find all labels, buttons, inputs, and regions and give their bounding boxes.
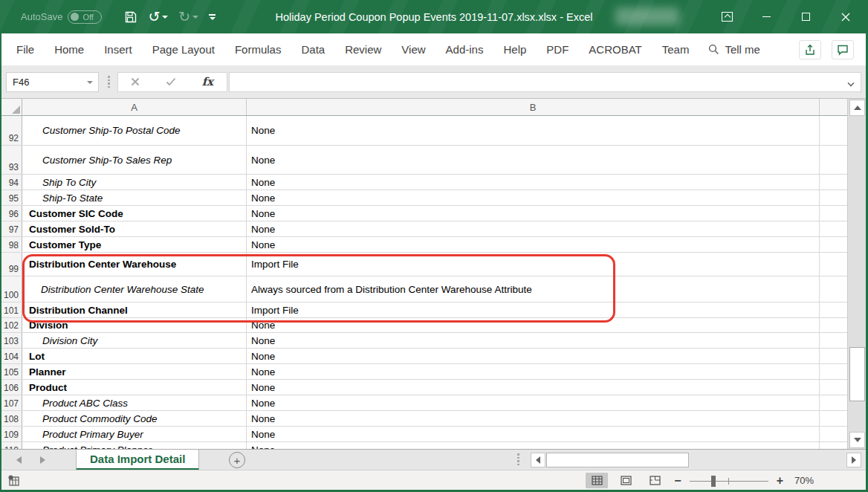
cell-A110[interactable]: Product Primary Planner (22, 442, 247, 449)
name-box-caret-icon[interactable] (87, 81, 93, 84)
ribbon-display-options-button[interactable] (707, 0, 747, 33)
normal-view-button[interactable] (586, 473, 608, 488)
expand-formula-bar-icon[interactable] (847, 80, 854, 86)
tab-data[interactable]: Data (301, 43, 325, 56)
zoom-in-button[interactable]: + (775, 474, 785, 488)
row-header-105[interactable]: 105 (1, 364, 22, 379)
scroll-right-button[interactable] (846, 453, 861, 467)
cell-C98[interactable] (820, 237, 847, 252)
cell-A99[interactable]: Distribution Center Warehouse (22, 253, 247, 276)
cell-A92[interactable]: Customer Ship-To Postal Code (22, 116, 247, 145)
cell-B94[interactable]: None (247, 175, 820, 190)
cell-A103[interactable]: Division City (22, 333, 247, 348)
column-header-C-partial[interactable] (820, 99, 847, 115)
cell-B106[interactable]: None (247, 380, 820, 395)
cell-C97[interactable] (820, 221, 847, 236)
sheet-nav-right-icon[interactable] (40, 456, 45, 464)
cell-B104[interactable]: None (247, 349, 820, 363)
customize-qat-button[interactable] (209, 14, 216, 20)
scroll-down-button[interactable] (849, 432, 865, 448)
tab-file[interactable]: File (16, 43, 34, 56)
cell-C108[interactable] (820, 411, 847, 426)
user-account-blurred[interactable] (615, 7, 679, 25)
cell-B99[interactable]: Import File (247, 253, 820, 276)
cell-A102[interactable]: Division (22, 318, 247, 332)
sheet-nav-left-icon[interactable] (16, 456, 22, 464)
zoom-slider[interactable] (690, 475, 768, 487)
cell-C93[interactable] (820, 146, 847, 174)
redo-button[interactable]: ↻ (178, 10, 198, 24)
cell-B100[interactable]: Always sourced from a Distribution Cente… (247, 276, 820, 302)
cell-B92[interactable]: None (247, 116, 820, 145)
cell-C107[interactable] (820, 395, 847, 410)
name-box[interactable]: F46 (6, 72, 99, 92)
row-header-102[interactable]: 102 (1, 318, 22, 332)
cell-B107[interactable]: None (247, 395, 820, 410)
cell-C103[interactable] (820, 333, 847, 348)
tab-page-layout[interactable]: Page Layout (152, 43, 215, 56)
cell-B101[interactable]: Import File (247, 302, 820, 317)
cell-B95[interactable]: None (247, 190, 820, 205)
row-header-92[interactable]: 92 (1, 116, 22, 145)
cell-A100[interactable]: Distribution Center Warehouse State (22, 276, 247, 302)
cell-C94[interactable] (820, 175, 847, 190)
column-header-A[interactable]: A (22, 99, 247, 115)
row-header-94[interactable]: 94 (1, 175, 22, 190)
page-break-preview-button[interactable] (644, 473, 666, 488)
row-header-108[interactable]: 108 (1, 411, 22, 426)
horizontal-scrollbar-thumb[interactable] (546, 453, 689, 467)
page-layout-view-button[interactable] (615, 473, 637, 488)
tab-pdf[interactable]: PDF (546, 43, 569, 56)
close-button[interactable] (826, 0, 865, 33)
column-header-B[interactable]: B (247, 99, 820, 115)
cell-C109[interactable] (820, 427, 847, 441)
cancel-entry-icon[interactable] (131, 77, 140, 86)
cell-B98[interactable]: None (247, 237, 820, 252)
cell-A105[interactable]: Planner (22, 364, 247, 379)
row-header-95[interactable]: 95 (1, 190, 22, 205)
cell-A106[interactable]: Product (22, 380, 247, 395)
tab-formulas[interactable]: Formulas (235, 43, 282, 56)
row-header-110[interactable]: 110 (1, 442, 22, 449)
cell-A108[interactable]: Product Commodity Code (22, 411, 247, 426)
tell-me-search[interactable]: Tell me (708, 43, 760, 56)
cell-A101[interactable]: Distribution Channel (22, 302, 247, 317)
formula-input[interactable] (229, 72, 862, 92)
comments-button[interactable] (832, 40, 854, 59)
cell-C101[interactable] (820, 302, 847, 317)
tab-review[interactable]: Review (345, 43, 381, 56)
row-header-104[interactable]: 104 (1, 349, 22, 363)
cell-B110[interactable]: None (247, 442, 820, 449)
tab-team[interactable]: Team (662, 43, 690, 56)
select-all-button[interactable] (1, 99, 22, 115)
save-button[interactable] (124, 10, 137, 24)
scroll-left-button[interactable] (531, 453, 545, 467)
cell-A109[interactable]: Product Primary Buyer (22, 427, 247, 441)
cell-B109[interactable]: None (247, 427, 820, 441)
maximize-button[interactable] (786, 0, 826, 33)
cell-C106[interactable] (820, 380, 847, 395)
scroll-up-button[interactable] (849, 100, 865, 116)
cell-B102[interactable]: None (247, 318, 820, 332)
tabstrip-splitter-handle[interactable] (517, 453, 519, 465)
cell-C96[interactable] (820, 206, 847, 221)
cell-C102[interactable] (820, 318, 847, 332)
macro-record-button[interactable] (7, 474, 21, 490)
cell-A97[interactable]: Customer Sold-To (22, 221, 247, 236)
cell-C92[interactable] (820, 116, 847, 145)
row-header-106[interactable]: 106 (1, 380, 22, 395)
cell-A95[interactable]: Ship-To State (22, 190, 247, 205)
cell-A107[interactable]: Product ABC Class (22, 395, 247, 410)
cell-C99[interactable] (820, 253, 847, 276)
tab-add-ins[interactable]: Add-ins (446, 43, 484, 56)
confirm-entry-icon[interactable] (166, 77, 176, 86)
vertical-scrollbar[interactable] (847, 99, 866, 449)
insert-function-button[interactable]: fx (202, 75, 213, 88)
row-header-101[interactable]: 101 (1, 302, 22, 317)
cell-A104[interactable]: Lot (22, 349, 247, 363)
row-header-109[interactable]: 109 (1, 427, 22, 441)
new-sheet-button[interactable]: + (229, 452, 245, 468)
tab-insert[interactable]: Insert (104, 43, 132, 56)
tab-acrobat[interactable]: ACROBAT (589, 43, 641, 56)
row-header-96[interactable]: 96 (1, 206, 22, 221)
